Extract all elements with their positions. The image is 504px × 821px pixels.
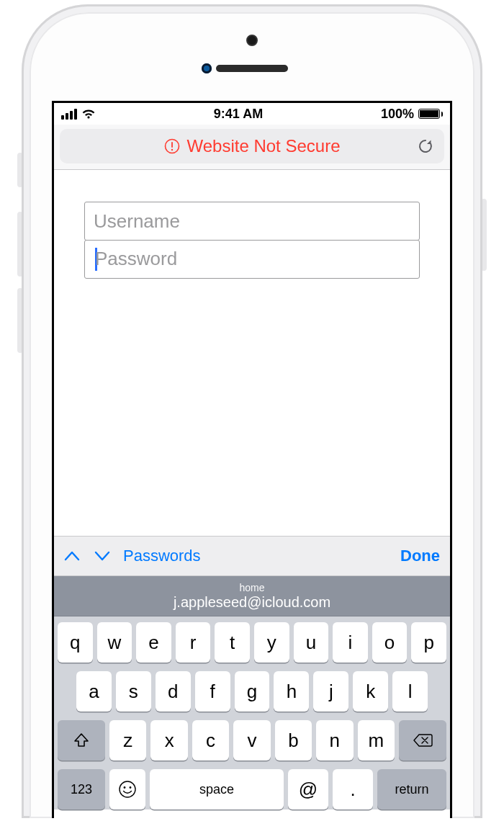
return-key[interactable]: return <box>377 769 446 809</box>
username-field[interactable]: Username <box>84 202 420 241</box>
key-s[interactable]: s <box>116 671 151 712</box>
at-key[interactable]: @ <box>288 769 328 809</box>
key-k[interactable]: k <box>353 671 388 712</box>
keyboard-row-1: q w e r t y u i o p <box>58 622 446 663</box>
key-d[interactable]: d <box>156 671 191 712</box>
earpiece-speaker <box>216 65 288 72</box>
done-button[interactable]: Done <box>400 547 440 565</box>
key-c[interactable]: c <box>192 720 229 761</box>
svg-point-5 <box>130 786 132 789</box>
status-bar: 9:41 AM 100% <box>54 103 450 125</box>
address-bar-warning-text: Website Not Secure <box>187 136 341 156</box>
space-key[interactable]: space <box>150 769 284 809</box>
proximity-sensor <box>202 63 212 73</box>
keyboard-area: Passwords Done home j.appleseed@icloud.c… <box>54 536 450 818</box>
iphone-device-frame: 9:41 AM 100% Website Not Secure <box>0 0 504 821</box>
key-q[interactable]: q <box>58 622 93 663</box>
input-accessory-bar: Passwords Done <box>54 536 450 576</box>
battery-percentage: 100% <box>381 107 414 122</box>
next-field-button[interactable] <box>94 549 110 562</box>
key-v[interactable]: v <box>233 720 270 761</box>
screen: 9:41 AM 100% Website Not Secure <box>52 101 452 818</box>
emoji-key[interactable] <box>109 769 145 809</box>
delete-key[interactable] <box>399 720 446 761</box>
autofill-tag: home <box>239 582 264 593</box>
address-bar[interactable]: Website Not Secure <box>60 129 444 163</box>
battery-icon <box>418 109 443 119</box>
svg-point-4 <box>124 786 126 789</box>
key-i[interactable]: i <box>333 622 368 663</box>
cellular-signal-icon <box>61 109 77 120</box>
key-e[interactable]: e <box>136 622 171 663</box>
key-h[interactable]: h <box>274 671 309 712</box>
key-t[interactable]: t <box>215 622 250 663</box>
browser-toolbar: Website Not Secure <box>54 125 450 170</box>
svg-rect-1 <box>171 142 173 148</box>
autofill-value: j.appleseed@icloud.com <box>174 594 330 611</box>
keyboard-row-4: 123 space @ . return <box>58 769 446 809</box>
page-content: Username Password <box>54 170 450 279</box>
password-field[interactable]: Password <box>84 240 420 279</box>
username-placeholder: Username <box>94 210 180 233</box>
key-o[interactable]: o <box>372 622 408 663</box>
key-f[interactable]: f <box>195 671 230 712</box>
reload-button[interactable] <box>417 138 434 155</box>
numbers-key[interactable]: 123 <box>58 769 105 809</box>
key-z[interactable]: z <box>109 720 146 761</box>
key-p[interactable]: p <box>411 622 446 663</box>
not-secure-warning-icon <box>164 138 180 154</box>
keyboard-row-2: a s d f g h j k l <box>58 671 446 712</box>
keyboard: q w e r t y u i o p a s d f g h <box>54 616 450 809</box>
keyboard-row-3: z x c v b n m <box>58 720 446 761</box>
key-b[interactable]: b <box>275 720 312 761</box>
key-a[interactable]: a <box>76 671 112 712</box>
autofill-suggestion[interactable]: home j.appleseed@icloud.com <box>54 576 450 616</box>
key-m[interactable]: m <box>358 720 395 761</box>
svg-point-2 <box>171 149 172 151</box>
status-bar-time: 9:41 AM <box>214 107 263 122</box>
period-key[interactable]: . <box>333 769 373 809</box>
front-camera <box>246 35 258 46</box>
passwords-button[interactable]: Passwords <box>123 547 201 565</box>
shift-key[interactable] <box>58 720 105 761</box>
key-g[interactable]: g <box>235 671 270 712</box>
key-w[interactable]: w <box>97 622 132 663</box>
key-l[interactable]: l <box>392 671 428 712</box>
wifi-icon <box>81 109 96 120</box>
key-r[interactable]: r <box>176 622 211 663</box>
password-placeholder: Password <box>95 248 177 270</box>
key-n[interactable]: n <box>316 720 353 761</box>
svg-point-3 <box>120 781 135 797</box>
key-y[interactable]: y <box>254 622 289 663</box>
key-u[interactable]: u <box>294 622 329 663</box>
key-j[interactable]: j <box>313 671 348 712</box>
previous-field-button[interactable] <box>64 549 80 562</box>
key-x[interactable]: x <box>150 720 187 761</box>
